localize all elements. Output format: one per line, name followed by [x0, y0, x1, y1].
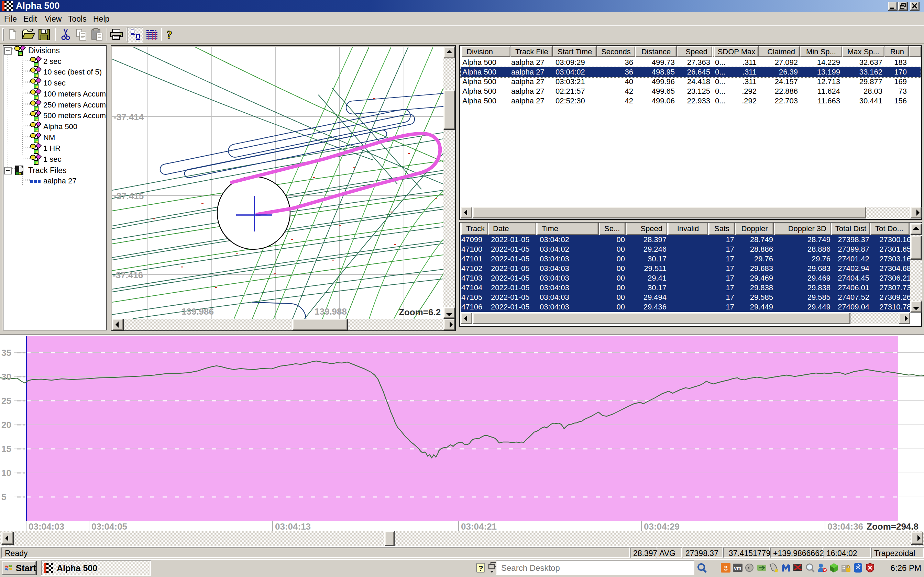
svg-text:?: ? — [166, 28, 172, 41]
svg-text:vm: vm — [734, 565, 741, 571]
svg-text:?: ? — [478, 564, 483, 572]
